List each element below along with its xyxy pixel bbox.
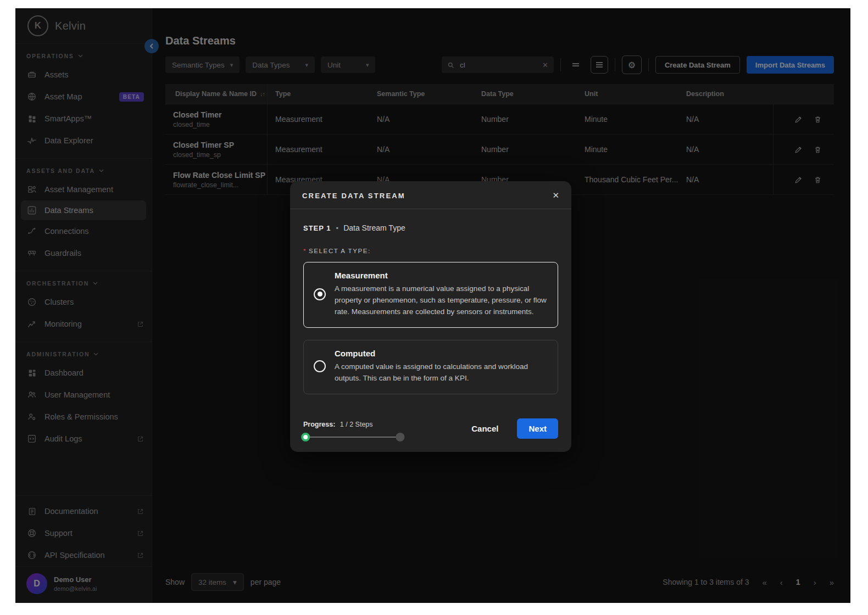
radio-selected-icon[interactable] (314, 288, 326, 300)
required-marker: * (303, 248, 307, 254)
close-icon[interactable]: ✕ (552, 191, 559, 200)
progress-block: Progress: 1 / 2 Steps (303, 419, 401, 438)
modal-header: CREATE DATA STREAM ✕ (290, 181, 571, 209)
progress-track (303, 437, 401, 438)
step-label: STEP 1 (303, 224, 331, 232)
cancel-button[interactable]: Cancel (468, 423, 502, 434)
modal-footer: Progress: 1 / 2 Steps Cancel Next (303, 418, 558, 439)
option-description: A measurement is a numerical value assig… (335, 283, 548, 318)
option-description: A computed value is assigned to calculat… (335, 361, 548, 384)
option-title: Computed (335, 349, 548, 358)
create-data-stream-modal: CREATE DATA STREAM ✕ STEP 1 • Data Strea… (290, 181, 571, 452)
next-button[interactable]: Next (517, 418, 558, 439)
radio-unselected-icon[interactable] (314, 360, 326, 372)
progress-label: Progress: (303, 421, 335, 428)
step-bullet: • (336, 224, 339, 232)
progress-next-step-dot (396, 433, 404, 441)
modal-body: STEP 1 • Data Stream Type *SELECT A TYPE… (290, 209, 571, 452)
select-type-label: *SELECT A TYPE: (303, 248, 558, 254)
option-measurement[interactable]: Measurement A measurement is a numerical… (303, 262, 558, 328)
progress-value: 1 / 2 Steps (340, 421, 373, 428)
modal-title: CREATE DATA STREAM (302, 192, 405, 200)
progress-current-step-dot (301, 433, 310, 441)
step-name: Data Stream Type (343, 223, 405, 232)
option-title: Measurement (335, 271, 548, 280)
app-window: K Kelvin OPERATIONS Assets Asset Map BET… (15, 8, 850, 603)
step-indicator: STEP 1 • Data Stream Type (303, 223, 558, 232)
option-computed[interactable]: Computed A computed value is assigned to… (303, 340, 558, 394)
select-label-text: SELECT A TYPE: (309, 248, 371, 254)
